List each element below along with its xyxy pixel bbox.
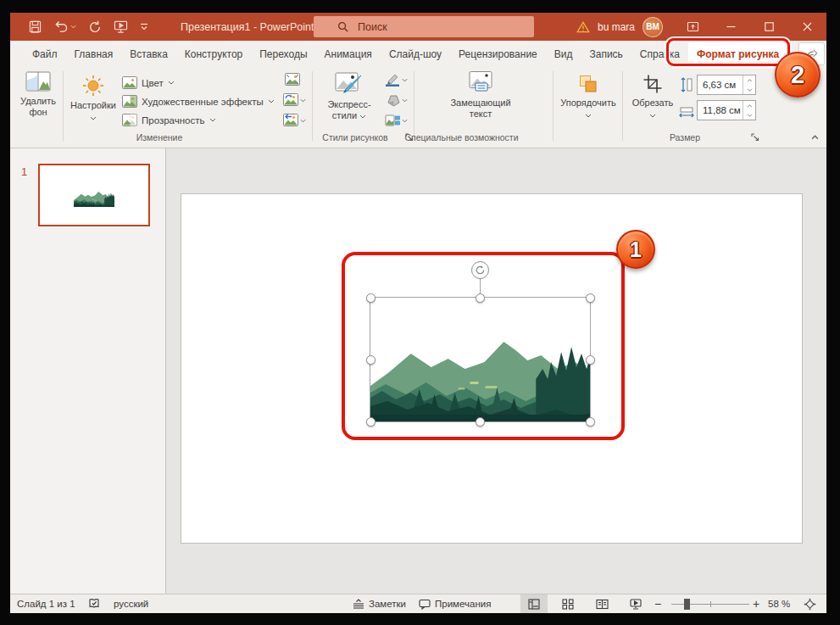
selection-handle-se[interactable] bbox=[586, 417, 595, 427]
slideshow-from-start-icon[interactable] bbox=[114, 20, 128, 33]
selected-picture[interactable] bbox=[370, 298, 590, 421]
account-area[interactable]: bu mara BM bbox=[576, 13, 663, 41]
zoom-slider-thumb[interactable] bbox=[684, 599, 690, 610]
height-spinner[interactable] bbox=[743, 75, 755, 94]
ribbon-display-options-button[interactable] bbox=[674, 13, 712, 41]
quick-access-toolbar bbox=[10, 20, 148, 34]
thumbnail-image bbox=[74, 183, 114, 207]
color-label: Цвет bbox=[142, 78, 164, 88]
minimize-button[interactable] bbox=[712, 13, 750, 41]
ribbon-divider bbox=[622, 71, 623, 141]
ribbon-divider bbox=[63, 71, 64, 141]
fit-slide-to-window-button[interactable] bbox=[804, 594, 816, 613]
tab-picture-format[interactable]: Формат рисунка bbox=[688, 41, 787, 68]
comments-button[interactable]: Примечания bbox=[419, 594, 491, 613]
language-indicator[interactable]: русский bbox=[114, 594, 148, 613]
slide-thumbnails-panel[interactable]: 1 bbox=[10, 148, 166, 594]
zoom-out-button[interactable]: − bbox=[654, 594, 661, 613]
tab-transitions[interactable]: Переходы bbox=[251, 41, 315, 68]
undo-button[interactable] bbox=[53, 20, 76, 33]
tab-view[interactable]: Вид bbox=[546, 41, 581, 68]
quick-styles-label-line2: стили bbox=[319, 110, 380, 121]
customize-qat-icon[interactable] bbox=[140, 23, 148, 31]
tab-review[interactable]: Рецензирование bbox=[450, 41, 546, 68]
size-dialog-launcher[interactable] bbox=[749, 131, 761, 143]
tab-insert[interactable]: Вставка bbox=[121, 41, 176, 68]
selection-handle-n[interactable] bbox=[476, 293, 485, 303]
change-picture-button[interactable] bbox=[283, 93, 306, 107]
picture-layout-button[interactable] bbox=[385, 114, 408, 127]
color-menu-button[interactable]: Цвет bbox=[122, 74, 175, 92]
alt-text-label-line2: текст bbox=[434, 109, 527, 120]
tab-help[interactable]: Справка bbox=[631, 41, 688, 68]
picture-effects-button[interactable] bbox=[385, 93, 408, 107]
normal-view-button[interactable] bbox=[520, 594, 548, 613]
tab-slideshow[interactable]: Слайд-шоу bbox=[381, 41, 450, 68]
shape-height-value: 6,63 см bbox=[703, 80, 736, 90]
corrections-label: Настройки bbox=[68, 100, 119, 111]
width-spinner[interactable] bbox=[743, 101, 755, 120]
ribbon-divider bbox=[312, 71, 313, 141]
workspace: 1 1 bbox=[10, 148, 826, 594]
slide-thumbnail[interactable] bbox=[38, 164, 150, 226]
rotate-handle[interactable] bbox=[471, 261, 489, 279]
zoom-in-button[interactable]: + bbox=[753, 594, 759, 613]
ribbon: Удалить фон Настройки Цв bbox=[10, 68, 826, 148]
quick-styles-icon bbox=[319, 70, 380, 96]
reading-view-button[interactable] bbox=[588, 594, 615, 613]
tab-design[interactable]: Конструктор bbox=[176, 41, 251, 68]
selection-handle-e[interactable] bbox=[586, 355, 595, 365]
notes-label: Заметки bbox=[369, 599, 406, 609]
chevron-down-icon bbox=[209, 118, 216, 122]
compress-pictures-icon bbox=[285, 73, 300, 86]
tab-record[interactable]: Запись bbox=[581, 41, 631, 68]
search-box[interactable] bbox=[314, 16, 534, 37]
shape-height-field[interactable]: 6,63 см bbox=[697, 75, 756, 95]
avatar[interactable]: BM bbox=[643, 17, 663, 37]
compress-pictures-button[interactable] bbox=[285, 73, 300, 86]
slideshow-view-button[interactable] bbox=[622, 594, 649, 613]
reset-picture-button[interactable] bbox=[283, 114, 306, 127]
slide-sorter-view-button[interactable] bbox=[554, 594, 581, 613]
artistic-effects-menu-button[interactable]: Художественные эффекты bbox=[122, 92, 275, 110]
arrange-button[interactable]: Упорядочить bbox=[559, 70, 617, 120]
collapse-ribbon-button[interactable] bbox=[809, 131, 821, 143]
save-icon[interactable] bbox=[29, 20, 42, 33]
corrections-button[interactable]: Настройки bbox=[68, 70, 119, 122]
transparency-label: Прозрачность bbox=[142, 115, 205, 126]
artistic-effects-icon bbox=[122, 95, 137, 109]
notes-button[interactable]: Заметки bbox=[353, 594, 406, 613]
picture-border-button[interactable] bbox=[385, 73, 408, 86]
tab-file[interactable]: Файл bbox=[24, 41, 66, 68]
alt-text-button[interactable]: Замещающий текст bbox=[434, 70, 527, 120]
chevron-down-icon bbox=[268, 99, 275, 103]
tab-home[interactable]: Главная bbox=[66, 41, 122, 68]
group-label-adjust: Изменение bbox=[92, 132, 227, 142]
shape-width-field[interactable]: 11,88 см bbox=[697, 100, 756, 120]
remove-background-button[interactable]: Удалить фон bbox=[15, 70, 61, 118]
spellcheck-icon[interactable] bbox=[88, 594, 100, 613]
redo-icon[interactable] bbox=[88, 20, 102, 34]
search-input[interactable] bbox=[356, 20, 500, 34]
zoom-level[interactable]: 58 % bbox=[768, 594, 790, 613]
selection-handle-ne[interactable] bbox=[586, 293, 595, 303]
maximize-button[interactable] bbox=[750, 13, 788, 41]
tab-animations[interactable]: Анимация bbox=[316, 41, 381, 68]
quick-styles-button[interactable]: Экспресс- стили bbox=[319, 70, 380, 121]
close-button[interactable] bbox=[788, 13, 826, 41]
selection-handle-w[interactable] bbox=[366, 355, 375, 365]
crop-button[interactable]: Обрезать bbox=[627, 70, 678, 120]
ribbon-divider bbox=[414, 71, 414, 141]
picture-layout-icon bbox=[385, 114, 400, 127]
selection-handle-s[interactable] bbox=[476, 417, 485, 427]
group-label-picture-styles: Стили рисунков bbox=[309, 132, 402, 142]
zoom-slider-center-tick bbox=[710, 601, 711, 607]
shape-width-icon bbox=[679, 105, 694, 120]
status-bar: Слайд 1 из 1 русский Заметки Примечания bbox=[10, 594, 826, 613]
selection-handle-sw[interactable] bbox=[366, 417, 375, 427]
window-controls bbox=[674, 13, 826, 41]
title-bar: Презентация1 - PowerPoint bu mara BM bbox=[10, 13, 826, 41]
transparency-menu-button[interactable]: Прозрачность bbox=[122, 111, 216, 129]
slide-indicator[interactable]: Слайд 1 из 1 bbox=[17, 594, 75, 613]
selection-handle-nw[interactable] bbox=[366, 293, 375, 303]
